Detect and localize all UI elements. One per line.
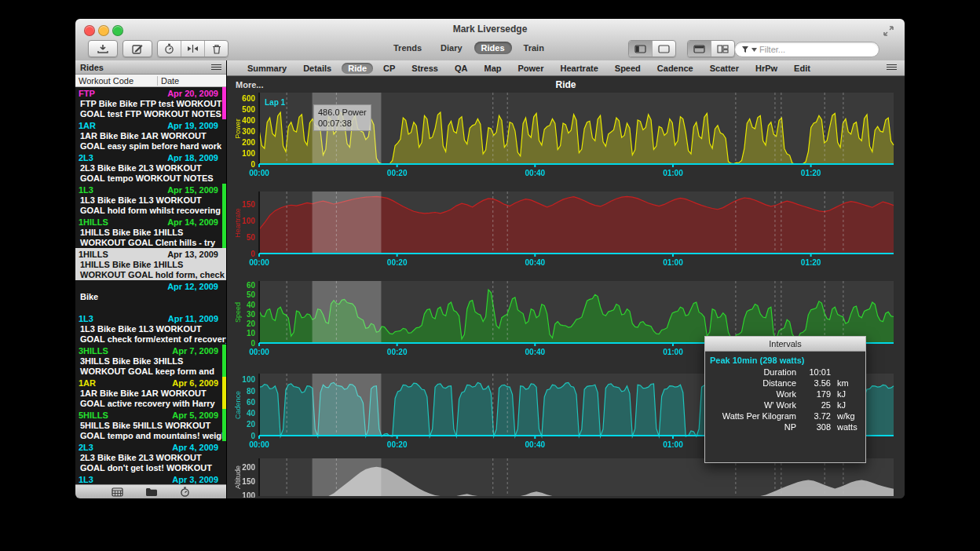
ride-item[interactable]: 1L3Apr 3, 2009 [75, 473, 226, 485]
subtab-speed[interactable]: Speed [609, 63, 647, 74]
ride-color-strip [222, 87, 226, 119]
intervals-popup[interactable]: Intervals Peak 10min (298 watts) Duratio… [704, 336, 866, 463]
download-icon [97, 44, 108, 54]
tooltip-value: 486.0 Power [318, 107, 367, 118]
list-column-headers[interactable]: Workout Code Date [75, 75, 226, 87]
delete-ride-button[interactable] [204, 41, 228, 57]
subtab-edit[interactable]: Edit [788, 63, 817, 74]
ride-date: Apr 5, 2009 [172, 411, 218, 421]
ride-code: FTP [79, 89, 95, 99]
subtab-menu-button[interactable] [887, 63, 897, 71]
ride-code: 1AR [79, 378, 96, 389]
heartrate-chart[interactable] [232, 192, 898, 275]
toggle-bottombar-button[interactable] [652, 41, 675, 57]
page-title: Ride [227, 79, 905, 90]
filter-placeholder: Filter... [759, 45, 785, 54]
ride-description: 3HILLS Bike Bike 3HILLS [75, 356, 226, 367]
ride-description: GOAL check form/extent of recovery [75, 334, 226, 345]
filter-input[interactable]: Filter... [734, 42, 879, 57]
tooltip-time: 00:07:38 [318, 118, 367, 129]
interval-stat-val: 3.56 [801, 378, 831, 388]
altitude-chart[interactable] [232, 458, 898, 498]
ride-description: GOAL don't get lost! WORKOUT [75, 463, 226, 473]
tiled-view-button[interactable] [711, 41, 734, 57]
split-icon [187, 44, 199, 53]
subtab-ride[interactable]: Ride [342, 63, 373, 74]
ride-item[interactable]: 3HILLSApr 7, 20093HILLS Bike Bike 3HILLS… [75, 345, 226, 377]
ride-description: 1L3 Bike Bike 1L3 WORKOUT [75, 324, 226, 334]
tabbed-view-button[interactable] [688, 41, 711, 57]
subtab-details[interactable]: Details [297, 63, 338, 74]
window-chrome: Mark Liversedge TrendsDia [75, 19, 905, 61]
ride-code: 2L3 [79, 153, 93, 163]
ride-code: 1AR [79, 121, 96, 131]
subtab-stress[interactable]: Stress [405, 63, 444, 74]
ride-item[interactable]: FTPApr 20, 2009FTP Bike Bike FTP test WO… [75, 87, 226, 119]
ride-description: 2L3 Bike Bike 2L3 WORKOUT [75, 163, 226, 173]
desktop: { "window": { "title": "Mark Liversedge"… [0, 0, 980, 551]
tab-rides[interactable]: Rides [474, 42, 512, 54]
ride-date: Apr 19, 2009 [167, 121, 218, 131]
calendar-icon[interactable] [112, 487, 123, 497]
ride-item[interactable]: 1HILLSApr 13, 20091HILLS Bike Bike 1HILL… [75, 248, 226, 280]
toggle-sidebar-button[interactable] [629, 41, 652, 57]
interval-stat-val: 308 [801, 422, 831, 432]
ride-date: Apr 13, 2009 [167, 250, 218, 260]
ride-description: 1HILLS Bike Bike 1HILLS [75, 260, 226, 270]
column-workout-code[interactable]: Workout Code [75, 76, 157, 86]
ride-item[interactable]: 1L3Apr 15, 20091L3 Bike Bike 1L3 WORKOUT… [75, 184, 226, 216]
ride-date: Apr 7, 2009 [172, 346, 218, 356]
sidebar-menu-button[interactable] [211, 63, 221, 71]
ride-item[interactable]: 5HILLSApr 5, 20095HILLS Bike 5HILLS WORK… [75, 409, 226, 441]
ride-item[interactable]: 1ARApr 6, 20091AR Bike Bike 1AR WORKOUTG… [75, 377, 226, 409]
split-ride-button[interactable] [181, 41, 204, 57]
interval-stat-unit: km [831, 378, 861, 388]
ride-color-strip [222, 184, 226, 216]
interval-stat-lab: W' Work [705, 400, 801, 410]
subtab-heartrate[interactable]: Heartrate [554, 63, 605, 74]
column-date[interactable]: Date [157, 76, 226, 86]
interval-stat-unit: w/kg [831, 411, 861, 421]
intervals-popup-title[interactable]: Intervals [705, 337, 865, 352]
tab-diary[interactable]: Diary [433, 42, 470, 54]
ride-description: Bike [75, 292, 226, 302]
ride-date: Apr 14, 2009 [167, 217, 218, 228]
subtab-qa[interactable]: QA [448, 63, 474, 74]
subtab-cp[interactable]: CP [377, 63, 401, 74]
subtab-map[interactable]: Map [477, 63, 507, 74]
interval-stats: Duration10:01Distance3.56kmWork179kJW' W… [705, 367, 865, 432]
ride-item[interactable]: 1L3Apr 11, 20091L3 Bike Bike 1L3 WORKOUT… [75, 312, 226, 345]
fullscreen-icon[interactable] [883, 25, 894, 39]
tab-trends[interactable]: Trends [386, 42, 429, 54]
ride-item[interactable]: 1ARApr 19, 20091AR Bike Bike 1AR WORKOUT… [75, 119, 226, 151]
folder-icon[interactable] [145, 487, 158, 496]
subtab-hrpw[interactable]: HrPw [749, 63, 784, 74]
ride-date: Apr 6, 2009 [172, 378, 218, 389]
download-button[interactable] [88, 40, 118, 57]
subtab-scatter[interactable]: Scatter [704, 63, 745, 74]
ride-date: Apr 15, 2009 [167, 185, 218, 195]
subtab-power[interactable]: Power [511, 63, 550, 74]
sidebar-header-label: Rides [80, 63, 104, 72]
stopwatch2-icon[interactable] [180, 487, 190, 497]
ride-description [75, 302, 226, 312]
ride-item[interactable]: 1HILLSApr 14, 20091HILLS Bike Bike 1HILL… [75, 216, 226, 248]
interval-stat-unit: watts [831, 422, 861, 432]
ride-item[interactable]: Apr 12, 2009Bike [75, 280, 226, 312]
ride-description: GOAL active recovery with Harry [75, 399, 226, 409]
ride-item[interactable]: 2L3Apr 18, 20092L3 Bike Bike 2L3 WORKOUT… [75, 151, 226, 184]
ride-item[interactable]: 2L3Apr 4, 20092L3 Bike Bike 2L3 WORKOUTG… [75, 441, 226, 473]
ride-color-strip [222, 409, 226, 441]
ride-code: 3HILLS [79, 346, 108, 356]
analysis-subtabs: SummaryDetailsRideCPStressQAMapPowerHear… [227, 60, 905, 76]
ride-view: SummaryDetailsRideCPStressQAMapPowerHear… [227, 60, 905, 498]
interval-stat-unit: kJ [831, 389, 861, 399]
tab-train[interactable]: Train [517, 42, 551, 54]
chevron-down-icon [751, 48, 757, 52]
subtab-summary[interactable]: Summary [241, 63, 293, 74]
edit-ride-button[interactable] [122, 40, 152, 57]
subtab-cadence[interactable]: Cadence [651, 63, 700, 74]
interval-button[interactable] [158, 41, 181, 57]
bottom-pane-icon [658, 45, 670, 53]
ride-description: 1HILLS Bike Bike 1HILLS [75, 228, 226, 238]
